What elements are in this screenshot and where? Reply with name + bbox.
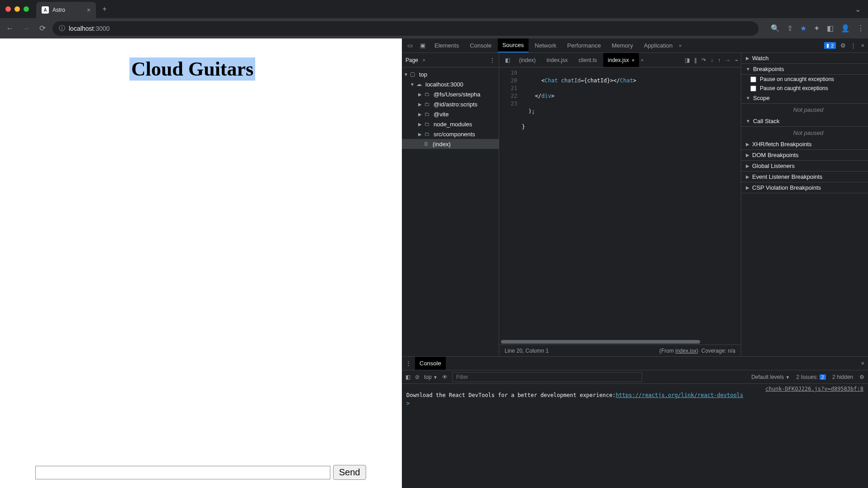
side-panel-icon[interactable]: ◧ (827, 24, 834, 33)
step-out-icon[interactable]: ↑ (718, 57, 720, 63)
window-minimize-button[interactable] (14, 6, 20, 12)
section-listeners[interactable]: ▶Global Listeners (741, 161, 868, 172)
console-link[interactable]: https://reactjs.org/link/react-devtools (615, 392, 743, 398)
toggle-navigator-icon[interactable]: ◧ (502, 57, 513, 63)
sources-nav-more-icon[interactable]: » (423, 57, 425, 62)
tree-folder[interactable]: ▶🗀@id/astro:scripts (402, 99, 499, 109)
new-tab-button[interactable]: + (102, 5, 106, 13)
tab-network[interactable]: Network (530, 38, 561, 53)
address-host: localhost (69, 25, 94, 32)
section-dom[interactable]: ▶DOM Breakpoints (741, 150, 868, 161)
tab-console[interactable]: Console (465, 38, 496, 53)
editor-tab-close-icon[interactable]: × (632, 57, 634, 63)
section-scope[interactable]: ▼Scope (741, 93, 868, 104)
context-selector[interactable]: top ▼ (424, 374, 438, 380)
drawer-close-icon[interactable]: × (861, 360, 864, 367)
section-xhr[interactable]: ▶XHR/fetch Breakpoints (741, 139, 868, 150)
tab-application[interactable]: Application (639, 38, 677, 53)
extensions-icon[interactable]: ✦ (814, 24, 820, 33)
profile-icon[interactable]: 👤 (841, 24, 850, 33)
tab-elements[interactable]: Elements (430, 38, 463, 53)
bookmark-star-icon[interactable]: ★ (800, 24, 806, 33)
drawer-console-tab[interactable]: Console (415, 357, 446, 370)
tree-file-index[interactable]: 🗎(index) (402, 139, 499, 149)
tree-top[interactable]: ▼▢top (402, 69, 499, 79)
deactivate-breakpoints-icon[interactable]: ⌁ (735, 57, 738, 63)
console-filter-input[interactable] (452, 372, 642, 382)
editor-tab-index[interactable]: (index) (515, 53, 540, 67)
console-source-link[interactable]: chunk-DFKOJ226.js?v=d89583bf:8 (765, 386, 863, 392)
section-callstack[interactable]: ▼Call Stack (741, 116, 868, 127)
editor-tab-indexjsx[interactable]: index.jsx (542, 53, 572, 67)
tabs-dropdown-icon[interactable]: ⌄ (855, 5, 868, 14)
chat-input[interactable] (35, 466, 330, 479)
tree-folder[interactable]: ▶🗀src/components (402, 129, 499, 139)
editor-tab-clientts[interactable]: client.ts (574, 53, 601, 67)
sidebar-toggle-icon[interactable]: ◧ (405, 374, 410, 380)
pause-icon[interactable]: ‖ (694, 57, 697, 63)
status-file-link[interactable]: index.jsx (675, 348, 696, 354)
tab-title: Astro (52, 7, 65, 13)
menu-kebab-icon[interactable]: ⋮ (857, 24, 864, 33)
callstack-status: Not paused (741, 127, 868, 139)
tree-host[interactable]: ▼☁localhost:3000 (402, 79, 499, 89)
toggle-debugger-icon[interactable]: ◨ (685, 57, 690, 63)
live-expression-icon[interactable]: 👁 (442, 374, 448, 380)
section-event[interactable]: ▶Event Listener Breakpoints (741, 172, 868, 182)
issues-label[interactable]: 2 Issues: 2 (796, 374, 826, 380)
status-from: (From index.jsx) Coverage: n/a (659, 348, 735, 354)
tab-favicon: A (42, 6, 49, 14)
window-maximize-button[interactable] (24, 6, 29, 12)
forward-button[interactable]: → (20, 24, 33, 33)
device-toolbar-icon[interactable]: ▣ (417, 42, 428, 49)
editor-tab-indexjsx-active[interactable]: index.jsx× (603, 53, 639, 67)
reload-button[interactable]: ⟳ (36, 24, 49, 33)
issues-badge[interactable]: ▮ 2 (824, 42, 836, 49)
send-button[interactable]: Send (333, 465, 366, 480)
page-viewport: Cloud Guitars Send (0, 38, 402, 488)
horizontal-scrollbar[interactable] (499, 340, 741, 344)
tree-folder[interactable]: ▶🗀node_modules (402, 119, 499, 129)
step-over-icon[interactable]: ↷ (701, 57, 706, 63)
tree-folder[interactable]: ▶🗀@fs/Users/stepha (402, 89, 499, 99)
bp-uncaught[interactable]: Pause on uncaught exceptions (741, 75, 868, 84)
tab-sources[interactable]: Sources (498, 38, 529, 53)
console-prompt[interactable]: > (406, 400, 863, 407)
scope-status: Not paused (741, 104, 868, 116)
sources-nav-page-tab[interactable]: Page (405, 57, 418, 63)
search-icon[interactable]: 🔍 (771, 24, 780, 33)
drawer-menu-icon[interactable]: ⋮ (405, 360, 411, 367)
tab-close-icon[interactable]: × (87, 6, 91, 14)
section-breakpoints[interactable]: ▼Breakpoints (741, 64, 868, 75)
tab-memory[interactable]: Memory (607, 38, 638, 53)
section-csp[interactable]: ▶CSP Violation Breakpoints (741, 182, 868, 193)
devtools-menu-icon[interactable]: ⋮ (850, 42, 856, 49)
browser-titlebar: A Astro × + ⌄ (0, 0, 868, 18)
cursor-position: Line 20, Column 1 (505, 348, 548, 354)
console-settings-gear-icon[interactable]: ⚙ (859, 374, 864, 380)
tree-folder[interactable]: ▶🗀@vite (402, 109, 499, 119)
browser-tab[interactable]: A Astro × (36, 2, 96, 18)
step-icon[interactable]: → (725, 57, 730, 63)
devtools-close-icon[interactable]: × (861, 42, 864, 49)
more-tabs-icon[interactable]: » (679, 43, 682, 48)
code-editor[interactable]: <Chat chatId={chatId}></Chat> </div> ); … (522, 67, 741, 344)
inspect-element-icon[interactable]: ▭ (405, 42, 415, 49)
address-port: :3000 (94, 25, 110, 32)
back-button[interactable]: ← (4, 24, 16, 33)
tab-performance[interactable]: Performance (563, 38, 605, 53)
gutter: 19 20 21 22 23 (499, 67, 522, 344)
section-watch[interactable]: ▶Watch (741, 53, 868, 64)
log-levels-dropdown[interactable]: Default levels ▼ (751, 374, 790, 380)
bp-caught[interactable]: Pause on caught exceptions (741, 84, 868, 93)
window-close-button[interactable] (5, 6, 11, 12)
console-message: Download the React DevTools for a better… (406, 392, 615, 398)
share-icon[interactable]: ⇧ (787, 24, 793, 33)
site-info-icon[interactable]: ⓘ (59, 24, 65, 33)
clear-console-icon[interactable]: ⊘ (415, 374, 420, 380)
address-bar[interactable]: ⓘ localhost:3000 (52, 21, 758, 36)
settings-gear-icon[interactable]: ⚙ (840, 42, 846, 49)
editor-tabs-more-icon[interactable]: » (641, 57, 644, 62)
step-into-icon[interactable]: ↓ (711, 57, 713, 63)
sources-nav-menu-icon[interactable]: ⋮ (490, 57, 495, 63)
